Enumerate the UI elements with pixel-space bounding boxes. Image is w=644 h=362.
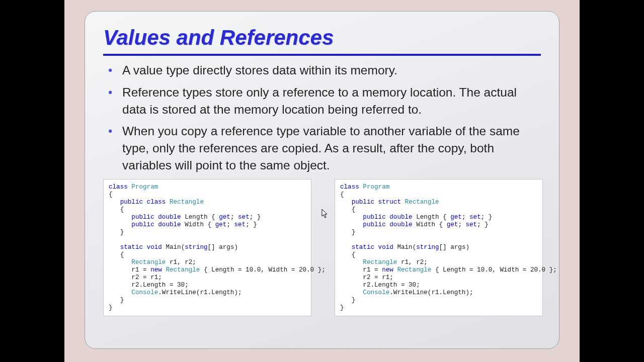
type-rect: Rectangle (131, 259, 166, 266)
kw-set: set (234, 221, 246, 228)
kw-get: get (219, 214, 230, 221)
bullet-item: Reference types store only a reference t… (103, 84, 541, 118)
kw-class: class (340, 184, 359, 191)
slide-title: Values and References (103, 26, 541, 53)
kw-static: static (120, 244, 143, 251)
kw-void: void (147, 244, 162, 251)
kw-new: new (150, 266, 162, 274)
kw-get: get (450, 214, 462, 221)
kw-get: get (215, 221, 227, 228)
kw-double: double (389, 214, 412, 221)
kw-double: double (158, 214, 181, 221)
param-args: args (450, 244, 465, 251)
kw-public: public (363, 221, 385, 228)
kw-public: public (352, 199, 374, 206)
initializer: { Length = 10.0, Width = 20.0 } (204, 266, 321, 274)
kw-void: void (378, 244, 393, 251)
type-program: Program (363, 184, 389, 191)
kw-set: set (238, 214, 250, 221)
kw-public: public (363, 214, 385, 221)
kw-get: get (447, 221, 458, 228)
code-box-struct: class Program { public struct Rectangle … (335, 179, 543, 316)
type-rect: Rectangle (363, 259, 397, 266)
kw-set: set (466, 221, 477, 228)
code-box-class: class Program { public class Rectangle {… (103, 179, 311, 316)
call-line: .WriteLine(r1.Length); (158, 289, 242, 296)
kw-double: double (158, 221, 181, 228)
assign-line: r2.Length = 30; (131, 282, 188, 289)
type-console: Console (363, 289, 389, 296)
kw-declkind: struct (378, 199, 401, 206)
type-rect: Rectangle (166, 266, 200, 274)
prop-width: Width (185, 221, 204, 228)
kw-public: public (131, 214, 154, 221)
fn-main: Main (397, 244, 412, 251)
initializer: { Length = 10.0, Width = 20.0 } (435, 266, 553, 274)
assign-line: r2.Length = 30; (363, 282, 420, 289)
kw-class: class (109, 184, 128, 191)
kw-new: new (382, 266, 393, 274)
code-row: class Program { public class Rectangle {… (103, 179, 541, 316)
kw-double: double (389, 221, 412, 228)
type-rect: Rectangle (397, 266, 431, 274)
type-rect: Rectangle (405, 199, 439, 206)
prop-width: Width (416, 221, 435, 228)
kw-string: string (416, 244, 439, 251)
kw-static: static (352, 244, 374, 251)
type-rect: Rectangle (170, 199, 204, 206)
kw-public: public (120, 199, 143, 206)
kw-set: set (469, 214, 481, 221)
kw-string: string (185, 244, 207, 251)
type-program: Program (131, 184, 158, 191)
stage: Values and References A value type direc… (64, 0, 580, 362)
bullet-item: When you copy a reference type variable … (103, 123, 541, 173)
bullet-item: A value type directly stores data within… (103, 62, 541, 79)
param-args: args (219, 244, 234, 251)
fn-main: Main (166, 244, 181, 251)
prop-length: Length (185, 214, 207, 221)
kw-declkind: class (147, 199, 166, 206)
kw-public: public (131, 221, 154, 228)
title-rule (103, 54, 541, 56)
type-console: Console (131, 289, 158, 296)
call-line: .WriteLine(r1.Length); (389, 289, 473, 296)
prop-length: Length (416, 214, 439, 221)
slide: Values and References A value type direc… (85, 11, 559, 349)
bullet-list: A value type directly stores data within… (103, 62, 541, 174)
